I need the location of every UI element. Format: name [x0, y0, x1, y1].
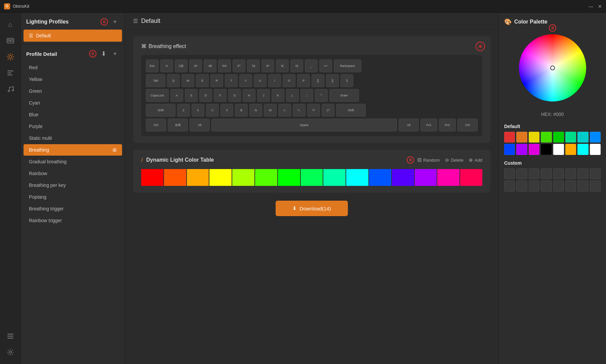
key-1[interactable]: 1!: [160, 59, 173, 72]
color-wheel[interactable]: ③: [519, 34, 586, 102]
item-gradual-breathing[interactable]: Gradual breathing: [24, 156, 122, 167]
key-a[interactable]: A: [170, 89, 183, 102]
default-color-cell[interactable]: [504, 132, 515, 143]
item-breathing[interactable]: Breathing ⊞: [24, 144, 122, 156]
add-profile-button[interactable]: +: [111, 17, 119, 26]
custom-color-cell[interactable]: [541, 180, 552, 191]
key-comma[interactable]: <,: [278, 104, 291, 117]
key-s[interactable]: S: [185, 89, 198, 102]
download-button[interactable]: ⬇ Download(14): [276, 201, 348, 216]
add-color-button[interactable]: ⊕ Add: [469, 157, 482, 163]
random-button[interactable]: ⚄ Random: [417, 157, 440, 163]
key-e[interactable]: E: [196, 74, 209, 87]
default-color-cell[interactable]: [541, 144, 552, 155]
item-green[interactable]: Green: [24, 85, 122, 97]
key-backspace[interactable]: Backspace: [334, 59, 361, 72]
key-0[interactable]: 0): [290, 59, 303, 72]
color-strip-swatch[interactable]: [141, 169, 163, 186]
key-esc[interactable]: Esc: [146, 59, 159, 72]
item-poptang[interactable]: Poptang: [24, 191, 122, 203]
default-color-cell[interactable]: [504, 144, 515, 155]
custom-color-cell[interactable]: [565, 168, 576, 179]
custom-color-cell[interactable]: [541, 168, 552, 179]
item-red[interactable]: Red: [24, 62, 122, 73]
color-strip-swatch[interactable]: [232, 169, 254, 186]
key-f[interactable]: F: [214, 89, 227, 102]
key-ctrl-right[interactable]: Ctrl: [457, 119, 478, 131]
key-g[interactable]: G: [228, 89, 241, 102]
key-p[interactable]: P: [297, 74, 310, 87]
key-5[interactable]: 5%: [218, 59, 231, 72]
key-r[interactable]: R: [210, 74, 223, 87]
key-i[interactable]: I: [268, 74, 281, 87]
custom-color-cell[interactable]: [565, 180, 576, 191]
key-fn2[interactable]: Fn2: [439, 119, 456, 131]
key-equals[interactable]: =+: [319, 59, 332, 72]
default-color-cell[interactable]: [590, 144, 601, 155]
key-rbracket[interactable]: ]]: [326, 74, 339, 87]
color-strip-swatch[interactable]: [209, 169, 232, 186]
custom-color-cell[interactable]: [553, 168, 564, 179]
custom-color-cell[interactable]: [504, 168, 515, 179]
default-color-cell[interactable]: [516, 132, 527, 143]
nav-keyboard[interactable]: [3, 34, 17, 48]
nav-macro[interactable]: [3, 66, 17, 80]
key-8[interactable]: 8*: [261, 59, 274, 72]
item-breathing-trigger[interactable]: Breathing trigger: [24, 203, 122, 214]
key-d[interactable]: D: [199, 89, 212, 102]
item-purple[interactable]: Purple: [24, 121, 122, 132]
key-6[interactable]: 6^: [233, 59, 245, 72]
key-j[interactable]: J: [257, 89, 270, 102]
key-4[interactable]: 4$: [204, 59, 216, 72]
key-w[interactable]: W: [181, 74, 194, 87]
key-h[interactable]: H: [243, 89, 255, 102]
key-3[interactable]: 3#: [189, 59, 202, 72]
custom-color-cell[interactable]: [590, 168, 601, 179]
add-detail-button[interactable]: +: [111, 49, 119, 58]
custom-color-cell[interactable]: [529, 180, 539, 191]
key-7[interactable]: 7&: [247, 59, 260, 72]
color-strip-swatch[interactable]: [392, 169, 414, 186]
delete-button[interactable]: ⊖ Delete: [445, 157, 463, 163]
minimize-button[interactable]: —: [589, 4, 593, 9]
default-color-cell[interactable]: [529, 132, 539, 143]
key-enter[interactable]: Enter: [329, 89, 359, 102]
custom-color-cell[interactable]: [577, 180, 588, 191]
key-c[interactable]: C: [206, 104, 219, 117]
custom-color-cell[interactable]: [553, 180, 564, 191]
color-strip-swatch[interactable]: [278, 169, 300, 186]
key-x[interactable]: X: [192, 104, 204, 117]
key-k[interactable]: K: [272, 89, 284, 102]
key-shift-left[interactable]: Shift: [146, 104, 175, 117]
item-yellow[interactable]: Yellow: [24, 74, 122, 85]
nav-music[interactable]: [3, 82, 17, 96]
item-rainbow[interactable]: Rainbow: [24, 168, 122, 179]
color-wheel-container[interactable]: ③: [504, 31, 601, 105]
key-b[interactable]: B: [235, 104, 248, 117]
default-color-cell[interactable]: [565, 144, 576, 155]
color-strip-swatch[interactable]: [255, 169, 277, 186]
key-space[interactable]: Space: [211, 119, 397, 131]
nav-settings[interactable]: [3, 345, 17, 359]
default-color-cell[interactable]: [541, 132, 552, 143]
default-color-cell[interactable]: [516, 144, 527, 155]
key-v[interactable]: V: [220, 104, 233, 117]
key-win[interactable]: ⊞⌘: [168, 119, 188, 131]
default-color-cell[interactable]: [577, 144, 588, 155]
key-semicolon[interactable]: ;:: [300, 89, 313, 102]
color-strip-swatch[interactable]: [415, 169, 437, 186]
color-strip-swatch[interactable]: [460, 169, 482, 186]
key-y[interactable]: Y: [239, 74, 252, 87]
key-slash[interactable]: /?: [307, 104, 320, 117]
default-color-cell[interactable]: [553, 132, 564, 143]
key-n[interactable]: N: [249, 104, 262, 117]
item-cyan[interactable]: Cyan: [24, 97, 122, 109]
color-strip-swatch[interactable]: [346, 169, 368, 186]
default-color-cell[interactable]: [553, 144, 564, 155]
key-o[interactable]: O: [283, 74, 295, 87]
color-strip-swatch[interactable]: [369, 169, 391, 186]
nav-list[interactable]: [3, 329, 17, 343]
key-alt-right[interactable]: Alt: [399, 119, 419, 131]
close-button[interactable]: ✕: [598, 4, 602, 9]
key-q[interactable]: Q: [167, 74, 180, 87]
